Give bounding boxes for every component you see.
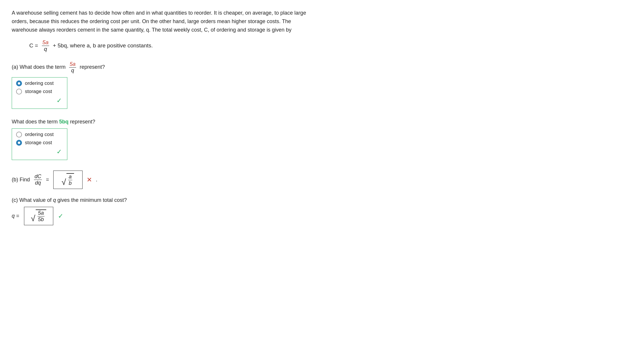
part-c-question: (c) What value of q gives the minimum to…: [12, 197, 310, 203]
intro-paragraph: A warehouse selling cement has to decide…: [12, 9, 310, 34]
sqrt-expression-c: √ 5a 5b: [31, 209, 46, 223]
radio-option-ordering-cost-1[interactable]: ordering cost: [16, 80, 62, 86]
sqrt-expression-b: √ a b: [61, 173, 74, 186]
radio-button-1-selected[interactable]: [16, 80, 22, 86]
main-formula: C = 5a q + 5bq, where a, b are positive …: [29, 39, 310, 52]
part-a-question1: (a) What does the term 5a q represent?: [12, 61, 310, 74]
part-a-question2: What does the term 5bq represent?: [12, 119, 310, 125]
radio-button-2a-unselected[interactable]: [16, 132, 22, 137]
part-c-answer-box[interactable]: √ 5a 5b: [24, 207, 53, 225]
formula-fraction: 5a q: [42, 39, 49, 52]
correct-check-c: ✓: [58, 212, 63, 220]
part-b-line: (b) Find dC dq = √ a b ✕ .: [12, 171, 310, 189]
part-c-section: (c) What value of q gives the minimum to…: [12, 197, 310, 225]
correct-check-1: ✓: [16, 97, 62, 104]
radio-button-1-unselected[interactable]: [16, 89, 22, 94]
incorrect-mark-b: ✕: [87, 176, 92, 184]
part-c-answer-line: q = √ 5a 5b ✓: [12, 207, 310, 225]
part-a-section1: (a) What does the term 5a q represent? o…: [12, 61, 310, 111]
part-a-section2: What does the term 5bq represent? orderi…: [12, 119, 310, 162]
part-a-radio-group2: ordering cost storage cost ✓: [12, 128, 67, 160]
dc-dq-fraction: dC dq: [34, 173, 42, 186]
radio-button-2b-selected[interactable]: [16, 140, 22, 146]
part-b-answer-box[interactable]: √ a b: [53, 171, 83, 189]
radio-option-storage-cost-2[interactable]: storage cost: [16, 140, 62, 146]
part-b-section: (b) Find dC dq = √ a b ✕ .: [12, 171, 310, 189]
radio-option-ordering-cost-2[interactable]: ordering cost: [16, 132, 62, 137]
part-a-radio-group1: ordering cost storage cost ✓: [12, 77, 67, 109]
radio-option-storage-cost-1[interactable]: storage cost: [16, 89, 62, 94]
question-fraction-1: 5a q: [69, 61, 76, 74]
correct-check-2: ✓: [16, 148, 62, 156]
